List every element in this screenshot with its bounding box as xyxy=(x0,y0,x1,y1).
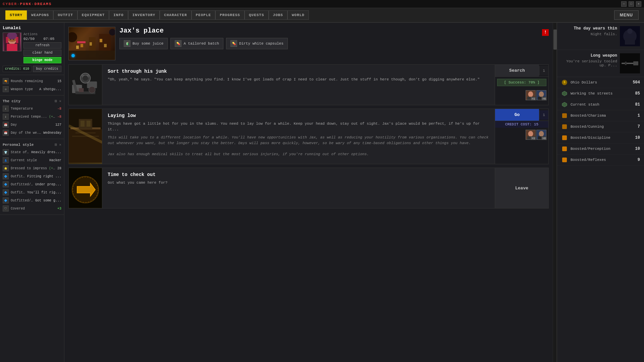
menu-button[interactable]: MENU xyxy=(614,10,639,20)
current-style-icon: 👗 xyxy=(3,157,9,163)
state-of-dress-item: 👕 State of dr... Heavily dres... xyxy=(0,148,64,156)
outfitted-t1-value: Fitting right ... xyxy=(27,175,61,178)
tailored-batch-button[interactable]: 💊 A tailored batch xyxy=(170,38,223,49)
actions-values: 02/50 07:05 xyxy=(23,37,61,41)
event-image-1 xyxy=(620,26,640,46)
day-of-week-label: Day of the we... xyxy=(11,131,41,135)
svg-point-32 xyxy=(528,92,533,97)
tab-weapons[interactable]: WEAPONS xyxy=(27,10,53,20)
rounds-value: 15 xyxy=(57,79,61,83)
svg-point-8 xyxy=(13,39,14,40)
close-button[interactable]: ✕ xyxy=(636,1,641,7)
dirty-capsules-button[interactable]: 💊 Dirty white capsules xyxy=(226,38,288,49)
svg-marker-67 xyxy=(562,102,567,107)
maximize-button[interactable]: □ xyxy=(629,1,634,7)
buy-juice-button[interactable]: 🧃 Buy some juice xyxy=(119,38,168,49)
day-icon: 📅 xyxy=(3,122,9,128)
covered-label: Covered xyxy=(11,207,55,210)
go-button[interactable]: Go xyxy=(495,109,539,121)
outfitted-r-item: 🔷 Outfitted/R... Got some g... xyxy=(0,196,64,204)
tab-people[interactable]: PEOPLE xyxy=(192,10,216,20)
tab-equipment[interactable]: EQUIPMENT xyxy=(77,10,109,20)
svg-rect-6 xyxy=(16,37,18,43)
scrollbar-thumb[interactable] xyxy=(553,29,557,50)
search-avatars: +1 +6 xyxy=(495,88,548,102)
day-item: 📅 Day 127 xyxy=(0,121,64,129)
laylow-card-body: Laying low Things have got a little hot … xyxy=(102,109,495,164)
day-of-week-item: 📅 Day of the we... Wednesday xyxy=(0,129,64,137)
outfitted-t2-label: Outfitted/T... xyxy=(11,183,33,186)
tab-progress[interactable]: PROGRESS xyxy=(215,10,245,20)
tab-outfit[interactable]: OUTFIT xyxy=(53,10,77,20)
outfitted-r-icon: 🔷 xyxy=(3,197,9,203)
laylow-avatar-2: +6 xyxy=(536,130,546,140)
boosted-charisma-label: Boosted/Charisma xyxy=(571,114,635,118)
tab-inventory[interactable]: INVENTORY xyxy=(128,10,160,20)
sidebar: Lunalei xyxy=(0,23,64,362)
outfitted-r-value: Got some g... xyxy=(35,199,61,202)
working-streets-value: 85 xyxy=(635,91,640,96)
tab-character[interactable]: CHARACTER xyxy=(160,10,191,20)
clear-hand-button[interactable]: clear hand xyxy=(23,50,61,56)
binge-mode-button[interactable]: binge mode xyxy=(23,57,61,63)
tab-world[interactable]: WORLD xyxy=(287,10,309,20)
tab-story[interactable]: STORY xyxy=(5,10,27,20)
leave-button[interactable]: Leave xyxy=(495,168,548,208)
weapon-value: A shotgu... xyxy=(39,87,61,91)
go-count: 1 xyxy=(539,110,548,120)
location-header: Jax's place ! 🧃 Buy some juice 💊 A tailo… xyxy=(68,27,549,60)
avatar-1-badge: +1 xyxy=(531,97,536,101)
tab-jobs[interactable]: JOBS xyxy=(269,10,287,20)
laylow-avatar-1: +1 xyxy=(526,130,536,140)
search-button[interactable]: Search xyxy=(495,65,539,76)
svg-point-35 xyxy=(539,92,544,97)
temperature-item: 🌡 Temperature -8 xyxy=(0,105,64,113)
weapon-icon: ⚙ xyxy=(3,86,9,92)
alert-icon: ! xyxy=(542,29,549,36)
checkout-card-action: Leave xyxy=(495,168,548,208)
avatar-image xyxy=(4,33,20,51)
state-of-dress-label: State of dr... xyxy=(11,150,29,154)
stat-boosted-reflexes: Boosted/Reflexes 9 xyxy=(557,155,644,166)
main-layout: Lunalei xyxy=(0,23,644,362)
outfitted-t2-icon: 🔷 xyxy=(3,181,9,187)
day-value: 127 xyxy=(55,123,61,127)
minimize-button[interactable]: — xyxy=(621,1,627,7)
tab-quests[interactable]: QUESTS xyxy=(245,10,269,20)
svg-rect-13 xyxy=(80,44,83,47)
style-section: Personal style ⊞ ✕ 👕 State of dr... Heav… xyxy=(0,139,64,215)
tab-info[interactable]: INFO xyxy=(109,10,128,20)
svg-point-60 xyxy=(627,28,633,34)
svg-point-7 xyxy=(10,39,11,40)
svg-rect-65 xyxy=(625,62,627,65)
player-actions: Actions 02/50 07:05 refresh clear hand b… xyxy=(23,33,61,64)
dressed-icon: ⭐ xyxy=(3,165,9,171)
temperature-icon: 🌡 xyxy=(3,106,9,112)
current-stash-value: 81 xyxy=(635,102,640,107)
credits-display: credits: 610 xyxy=(3,66,32,72)
boosted-discipline-value: 10 xyxy=(635,135,640,140)
laylow-visual xyxy=(69,109,102,164)
day-of-week-icon: 📅 xyxy=(3,130,9,136)
checkout-card-text: Got what you came here for? xyxy=(108,180,489,186)
boosted-perception-value: 10 xyxy=(635,146,640,151)
tailored-batch-icon: 💊 xyxy=(175,40,181,47)
buy-credits-button[interactable]: buy credits xyxy=(33,66,61,72)
day-label: Day xyxy=(11,123,53,127)
location-info: Jax's place ! 🧃 Buy some juice 💊 A tailo… xyxy=(119,27,549,49)
navbar: STORY WEAPONS OUTFIT EQUIPMENT INFO INVE… xyxy=(0,8,644,23)
covered-icon: 🛡 xyxy=(3,205,9,212)
covered-value: +3 xyxy=(57,207,61,210)
outfitted-t2-value: Under prep... xyxy=(35,183,61,186)
scrollbar-track[interactable] xyxy=(553,23,557,362)
svg-marker-66 xyxy=(562,91,567,96)
rounds-label: Rounds remaining xyxy=(11,79,55,83)
location-image xyxy=(68,27,115,60)
laylow-svg xyxy=(69,109,102,163)
state-of-dress-icon: 👕 xyxy=(3,149,9,155)
junk-card-image xyxy=(69,65,102,105)
outfitted-w-label: Outfitted/W... xyxy=(11,191,25,194)
avatar-2: +6 xyxy=(536,90,546,100)
refresh-button[interactable]: refresh xyxy=(23,42,61,49)
current-stash-icon xyxy=(561,101,568,108)
